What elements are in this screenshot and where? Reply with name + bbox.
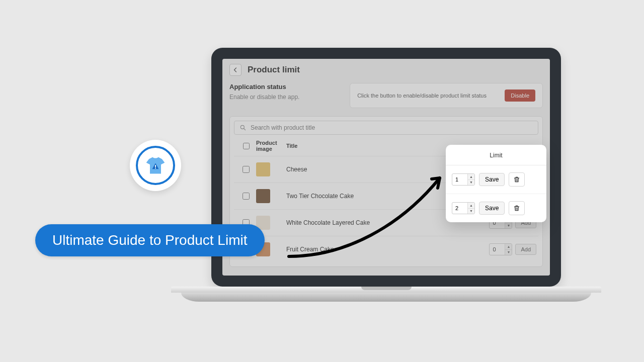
page-title: Product limit — [248, 65, 300, 75]
delete-button[interactable] — [509, 201, 525, 215]
save-button[interactable]: Save — [479, 202, 505, 215]
search-bar[interactable] — [234, 121, 538, 135]
arrow-left-icon — [232, 67, 238, 73]
quantity-value: 0 — [490, 246, 496, 252]
status-subtext: Enable or disable the app. — [229, 94, 341, 101]
row-checkbox[interactable] — [243, 166, 250, 173]
step-up-icon[interactable]: ▲ — [468, 203, 474, 209]
trash-icon — [513, 176, 520, 183]
search-icon — [239, 124, 247, 131]
svg-line-1 — [244, 129, 246, 130]
popover-row: 2▲▼Save — [446, 194, 546, 222]
step-down-icon[interactable]: ▼ — [505, 223, 512, 229]
laptop-base — [211, 287, 561, 304]
back-button[interactable] — [229, 64, 242, 76]
page-header: Product limit — [222, 59, 550, 83]
save-button[interactable]: Save — [479, 173, 505, 186]
hero-pill: Ultimate Guide to Product Limit — [35, 224, 265, 256]
step-up-icon[interactable]: ▲ — [505, 244, 512, 250]
svg-rect-2 — [155, 165, 156, 167]
quantity-stepper[interactable]: 0▲▼ — [489, 243, 512, 255]
status-section: Application status Enable or disable the… — [229, 83, 543, 108]
step-down-icon[interactable]: ▼ — [505, 250, 512, 255]
status-heading: Application status — [229, 83, 341, 90]
hero-badge-ring — [136, 146, 175, 185]
hero-badge — [130, 140, 181, 191]
status-hint: Click the button to enable/disable produ… — [357, 93, 487, 99]
col-image: Product image — [256, 140, 286, 152]
hero-pill-text: Ultimate Guide to Product Limit — [52, 232, 248, 248]
step-up-icon[interactable]: ▲ — [468, 174, 474, 180]
delete-button[interactable] — [509, 172, 525, 187]
search-input[interactable] — [251, 124, 533, 131]
svg-point-0 — [240, 125, 244, 129]
row-checkbox[interactable] — [243, 193, 250, 200]
product-thumb — [256, 162, 270, 176]
trash-icon — [513, 205, 520, 212]
disable-button[interactable]: Disable — [505, 89, 535, 102]
col-title: Title — [286, 143, 297, 149]
popover-row: 1▲▼Save — [446, 165, 546, 194]
step-down-icon[interactable]: ▼ — [468, 209, 474, 214]
product-thumb — [256, 189, 270, 203]
add-button[interactable]: Add — [515, 244, 536, 255]
select-all-checkbox[interactable] — [243, 143, 250, 149]
popover-heading: Limit — [446, 145, 546, 165]
status-text: Application status Enable or disable the… — [229, 83, 341, 108]
tshirt-alert-icon — [144, 154, 167, 176]
callout-arrow — [285, 166, 456, 261]
limit-popover: Limit 1▲▼Save2▲▼Save — [446, 145, 546, 222]
status-card: Click the button to enable/disable produ… — [350, 83, 543, 108]
svg-rect-3 — [155, 168, 156, 169]
step-down-icon[interactable]: ▼ — [468, 180, 474, 186]
